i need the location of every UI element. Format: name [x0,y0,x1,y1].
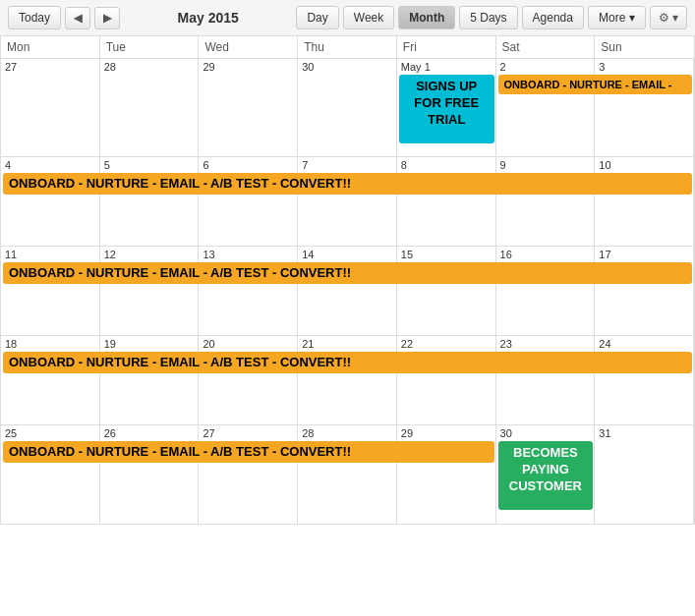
day-cell-10[interactable]: 10 [595,157,694,246]
view-day-button[interactable]: Day [296,6,338,29]
view-agenda-button[interactable]: Agenda [522,6,584,29]
day-cell-27[interactable]: 27 [1,59,100,156]
week-row-5: 25 26 27 28 29 30 31 ONBOARD - NURTURE -… [1,425,694,524]
event-onboard-week1[interactable]: ONBOARD - NURTURE - EMAIL - [498,75,692,94]
event-signs-up[interactable]: SIGNS UPFOR FREETRIAL [399,75,494,143]
day-cell-28[interactable]: 28 [100,59,200,156]
event-onboard-week2[interactable]: ONBOARD - NURTURE - EMAIL - A/B TEST - C… [3,173,692,195]
toolbar-right: Day Week Month 5 Days Agenda More ▾ ⚙ ▾ [296,6,687,29]
day-cell-20[interactable]: 20 [199,336,298,424]
toolbar-left: Today ◀ ▶ [8,6,120,29]
day-cell-7[interactable]: 7 [298,157,397,246]
view-month-button[interactable]: Month [398,6,455,29]
day-cell-13[interactable]: 13 [199,247,298,335]
next-button[interactable]: ▶ [94,7,120,29]
week-row-1: 27 28 29 30 May 1 2 3 SIGNS UPFOR FREETR… [1,59,694,157]
event-onboard-week5[interactable]: ONBOARD - NURTURE - EMAIL - A/B TEST - C… [3,441,494,463]
event-becomes-paying[interactable]: BECOMESPAYINGCUSTOMER [498,441,594,510]
toolbar: Today ◀ ▶ May 2015 Day Week Month 5 Days… [0,0,695,36]
day-cell-17[interactable]: 17 [595,247,694,335]
header-mon: Mon [1,36,100,58]
day-cell-9[interactable]: 9 [496,157,596,246]
header-thu: Thu [298,36,397,58]
day-cell-23[interactable]: 23 [496,336,596,424]
day-cell-22[interactable]: 22 [397,336,496,424]
prev-button[interactable]: ◀ [65,7,90,29]
day-cell-25[interactable]: 25 [1,425,100,524]
day-cell-4[interactable]: 4 [1,157,100,246]
day-cell-21[interactable]: 21 [298,336,397,424]
today-button[interactable]: Today [8,6,61,29]
week-row-3: 11 12 13 14 15 16 17 ONBOARD - NURTURE -… [1,247,694,336]
day-cell-29[interactable]: 29 [199,59,298,156]
week-row-4: 18 19 20 21 22 23 24 ONBOARD - NURTURE -… [1,336,694,425]
day-cell-8[interactable]: 8 [397,157,496,246]
day-cell-3[interactable]: 3 [595,59,694,156]
day-cell-26[interactable]: 26 [100,425,200,524]
week-row-2: 4 5 6 7 8 9 10 ONBOARD - NURTURE - EMAIL… [1,157,694,247]
day-cell-29b[interactable]: 29 [397,425,496,524]
current-month-label: May 2015 [178,10,239,26]
day-cell-24[interactable]: 24 [595,336,694,424]
header-sun: Sun [595,36,694,58]
event-onboard-week4[interactable]: ONBOARD - NURTURE - EMAIL - A/B TEST - C… [3,352,692,373]
day-cell-2[interactable]: 2 [496,59,596,156]
more-button[interactable]: More ▾ [588,6,646,29]
day-cell-16[interactable]: 16 [496,247,596,335]
day-cell-15[interactable]: 15 [397,247,496,335]
day-cell-30[interactable]: 30 [298,59,397,156]
view-5days-button[interactable]: 5 Days [459,6,517,29]
event-onboard-week3[interactable]: ONBOARD - NURTURE - EMAIL - A/B TEST - C… [3,262,692,284]
header-tue: Tue [100,36,200,58]
settings-button[interactable]: ⚙ ▾ [650,6,687,29]
day-cell-14[interactable]: 14 [298,247,397,335]
day-cell-12[interactable]: 12 [100,247,200,335]
day-cell-11[interactable]: 11 [1,247,100,335]
day-cell-31[interactable]: 31 [595,425,694,524]
day-cell-6[interactable]: 6 [199,157,298,246]
day-cell-27b[interactable]: 27 [199,425,298,524]
header-wed: Wed [199,36,298,58]
month-title: May 2015 [124,10,292,26]
view-week-button[interactable]: Week [343,6,394,29]
header-sat: Sat [496,36,596,58]
calendar: Mon Tue Wed Thu Fri Sat Sun 27 28 29 30 … [0,36,695,525]
header-fri: Fri [397,36,496,58]
settings-icon: ⚙ ▾ [659,11,678,25]
day-cell-28b[interactable]: 28 [298,425,397,524]
day-headers-row: Mon Tue Wed Thu Fri Sat Sun [1,36,694,59]
day-cell-18[interactable]: 18 [1,336,100,424]
day-cell-19[interactable]: 19 [100,336,200,424]
day-cell-5[interactable]: 5 [100,157,200,246]
